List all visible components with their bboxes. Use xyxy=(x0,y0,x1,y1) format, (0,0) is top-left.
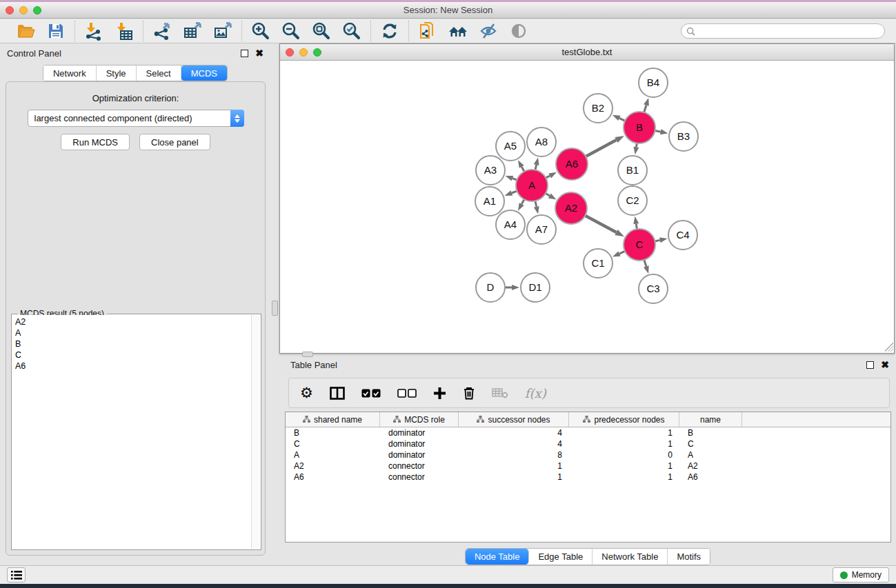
tab-node-table[interactable]: Node Table xyxy=(466,549,530,565)
vertical-splitter-handle[interactable] xyxy=(272,301,278,316)
delete-column-icon[interactable] xyxy=(463,386,475,400)
table-cell[interactable]: A2 xyxy=(679,460,742,472)
close-panel-icon[interactable]: ✖ xyxy=(255,50,263,57)
refresh-icon[interactable] xyxy=(379,21,400,41)
result-item[interactable]: A2 xyxy=(12,316,251,327)
graph-edge[interactable] xyxy=(586,140,616,156)
column-header-successor-nodes[interactable]: successor nodes xyxy=(459,412,569,427)
graph-edge[interactable] xyxy=(521,199,524,204)
tab-select[interactable]: Select xyxy=(137,65,181,81)
table-cell[interactable]: C xyxy=(679,438,742,449)
table-cell[interactable]: A6 xyxy=(286,472,380,483)
column-header-predecessor-nodes[interactable]: predecessor nodes xyxy=(569,412,679,427)
delete-table-icon[interactable] xyxy=(492,387,508,398)
zoom-in-icon[interactable] xyxy=(250,21,271,41)
table-cell[interactable]: A xyxy=(286,449,380,460)
table-row[interactable]: Cdominator41C xyxy=(286,438,890,449)
float-table-panel-icon[interactable] xyxy=(866,361,874,369)
deselect-all-checkboxes-icon[interactable] xyxy=(397,389,417,398)
open-session-icon[interactable] xyxy=(15,21,36,41)
close-table-panel-icon[interactable]: ✖ xyxy=(881,361,889,369)
graph-edge[interactable] xyxy=(535,201,537,206)
table-cell[interactable]: 1 xyxy=(569,427,679,438)
table-cell[interactable]: B xyxy=(679,427,742,438)
split-view-icon[interactable] xyxy=(330,387,345,400)
home-view-icon[interactable] xyxy=(448,21,468,41)
zoom-fit-icon[interactable] xyxy=(311,21,332,41)
table-cell[interactable]: C xyxy=(286,438,380,449)
result-item[interactable]: A6 xyxy=(12,361,251,372)
task-history-button[interactable] xyxy=(7,567,26,582)
window-resize-grip[interactable] xyxy=(884,343,893,352)
close-panel-button[interactable]: Close panel xyxy=(139,134,210,150)
zoom-selected-icon[interactable] xyxy=(341,21,362,41)
tab-network-table[interactable]: Network Table xyxy=(593,549,668,565)
graph-edge[interactable] xyxy=(619,251,625,254)
table-cell[interactable]: 1 xyxy=(569,438,679,449)
graph-edge[interactable] xyxy=(585,216,616,232)
graph-edge[interactable] xyxy=(512,191,517,193)
mcds-result-list[interactable]: A2ABCA6 xyxy=(12,315,251,549)
column-header-name[interactable]: name xyxy=(679,412,742,427)
export-table-icon[interactable] xyxy=(182,21,203,41)
import-network-icon[interactable] xyxy=(83,21,104,41)
table-cell[interactable]: dominator xyxy=(380,449,459,460)
table-row[interactable]: Adominator80A xyxy=(286,449,890,460)
add-column-icon[interactable] xyxy=(433,387,446,400)
table-row[interactable]: A2connector11A2 xyxy=(286,460,890,472)
memory-button[interactable]: Memory xyxy=(833,567,889,582)
float-panel-icon[interactable] xyxy=(241,50,248,57)
optimization-criterion-dropdown[interactable]: largest connected component (directed) xyxy=(28,110,244,127)
graph-edge[interactable] xyxy=(636,224,637,230)
zoom-out-icon[interactable] xyxy=(281,21,301,41)
graph-edge[interactable] xyxy=(512,179,517,180)
function-builder-icon[interactable]: f(x) xyxy=(525,386,546,401)
hide-others-eye-icon[interactable] xyxy=(478,21,499,41)
table-cell[interactable]: 1 xyxy=(459,472,569,483)
tab-edge-table[interactable]: Edge Table xyxy=(529,549,593,565)
table-cell[interactable]: connector xyxy=(380,460,459,472)
network-window-titlebar[interactable]: testGlobe.txt xyxy=(280,44,894,61)
column-header-shared-name[interactable]: shared name xyxy=(286,412,380,427)
table-cell[interactable]: A xyxy=(679,449,742,460)
table-cell[interactable]: 4 xyxy=(459,427,569,438)
run-mcds-button[interactable]: Run MCDS xyxy=(61,134,130,150)
graph-edge[interactable] xyxy=(619,118,625,121)
result-item[interactable]: B xyxy=(12,338,251,349)
graph-edge[interactable] xyxy=(644,260,646,267)
graph-edge[interactable] xyxy=(546,194,550,196)
table-row[interactable]: Bdominator41B xyxy=(286,427,890,438)
result-scrollbar[interactable] xyxy=(251,315,260,549)
table-cell[interactable]: A6 xyxy=(679,472,742,483)
table-cell[interactable]: 1 xyxy=(569,472,679,483)
table-cell[interactable]: 8 xyxy=(459,449,569,460)
network-canvas[interactable]: B4B2BB3A5A8A6B1A3AA1C2A2A4A7C4CC1C3DD1 xyxy=(280,61,894,352)
table-cell[interactable]: 1 xyxy=(459,460,569,472)
table-cell[interactable]: connector xyxy=(380,472,459,483)
export-image-icon[interactable] xyxy=(212,21,233,41)
table-cell[interactable]: dominator xyxy=(380,438,459,449)
graph-edge[interactable] xyxy=(655,240,659,241)
search-input[interactable] xyxy=(699,26,884,36)
select-all-checkboxes-icon[interactable] xyxy=(361,389,381,398)
tab-mcds[interactable]: MCDS xyxy=(181,65,227,81)
tab-motifs[interactable]: Motifs xyxy=(668,549,710,565)
tab-network[interactable]: Network xyxy=(43,65,97,81)
column-header-MCDS-role[interactable]: MCDS role xyxy=(380,412,459,427)
table-cell[interactable]: 4 xyxy=(459,438,569,449)
graph-edge[interactable] xyxy=(535,165,537,170)
table-cell[interactable]: 0 xyxy=(569,449,679,460)
result-item[interactable]: A xyxy=(12,327,251,338)
table-cell[interactable]: dominator xyxy=(380,427,459,438)
table-row[interactable]: A6connector11A6 xyxy=(286,472,890,483)
table-cell[interactable]: B xyxy=(286,427,380,438)
toolbar-search[interactable] xyxy=(681,23,885,39)
graph-edge[interactable] xyxy=(655,131,661,132)
import-table-icon[interactable] xyxy=(114,21,135,41)
export-network-icon[interactable] xyxy=(152,21,172,41)
save-session-icon[interactable] xyxy=(46,21,66,41)
table-cell[interactable]: 1 xyxy=(569,460,679,472)
tab-style[interactable]: Style xyxy=(97,65,137,81)
show-all-eye-icon[interactable] xyxy=(508,21,529,41)
clone-network-document-icon[interactable] xyxy=(417,21,438,41)
